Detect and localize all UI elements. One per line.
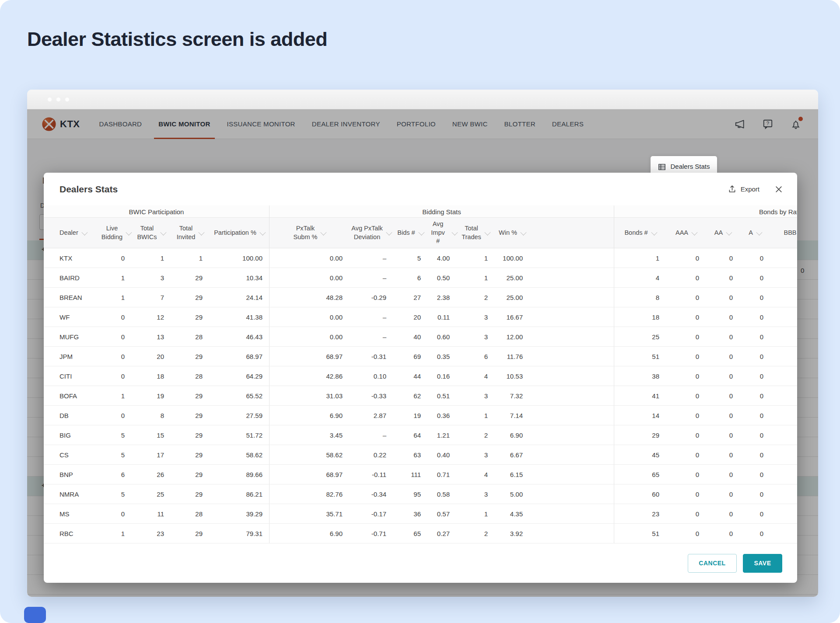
filler-cell — [529, 445, 614, 464]
value-cell: 28 — [171, 327, 209, 346]
value-cell: 5 — [393, 248, 427, 268]
value-cell: 0 — [666, 425, 706, 445]
column-header-avg-impv-[interactable]: Avg Impv # — [427, 218, 456, 248]
export-button[interactable]: Export — [728, 184, 760, 194]
cancel-button[interactable]: CANCEL — [688, 554, 737, 573]
chevron-down-icon[interactable] — [726, 229, 732, 235]
value-cell: 26 — [131, 465, 171, 484]
column-header-total-trades[interactable]: Total Trades — [456, 218, 494, 248]
value-cell: 38 — [614, 366, 666, 386]
value-cell: 64.29 — [209, 366, 269, 386]
value-cell: 0.00 — [269, 248, 349, 268]
chevron-down-icon[interactable] — [418, 229, 424, 235]
chevron-down-icon[interactable] — [81, 229, 88, 235]
value-cell: 2 — [456, 288, 494, 307]
column-header-live-bidding[interactable]: Live Bidding — [101, 218, 131, 248]
value-cell: 0 — [739, 347, 770, 366]
chevron-down-icon[interactable] — [484, 229, 490, 235]
filler-cell — [529, 268, 614, 287]
value-cell: 29 — [614, 425, 666, 445]
column-header-aa[interactable]: AA — [706, 218, 739, 248]
value-cell: 19 — [131, 386, 171, 405]
dealer-name-cell: BAIRD — [44, 268, 101, 287]
group-header-bidding-stats: Bidding Stats — [269, 205, 614, 218]
value-cell: 5 — [101, 425, 131, 445]
value-cell: 0.58 — [427, 484, 456, 504]
close-icon[interactable] — [774, 185, 783, 194]
dealer-name-cell: DB — [44, 406, 101, 425]
chevron-down-icon[interactable] — [756, 229, 762, 235]
window-control-dot[interactable] — [47, 97, 52, 102]
chevron-down-icon[interactable] — [259, 229, 266, 235]
value-cell: 0 — [666, 465, 706, 484]
value-cell: 15 — [131, 425, 171, 445]
dealer-name-cell: BIG — [44, 425, 101, 445]
column-header-participation-[interactable]: Participation % — [209, 218, 269, 248]
column-header-pxtalk-subm-[interactable]: PxTalk Subm % — [269, 218, 349, 248]
column-header-aaa[interactable]: AAA — [666, 218, 706, 248]
filler-cell — [529, 307, 614, 327]
value-cell: – — [349, 307, 393, 327]
table-row: CS5172958.6258.620.22630.4036.6745000 — [44, 445, 797, 465]
column-header-bids-[interactable]: Bids # — [393, 218, 427, 248]
header-filler-cell — [529, 218, 614, 248]
chevron-down-icon[interactable] — [651, 229, 657, 235]
table-row: MUFG0132846.430.00–400.60312.0025000 — [44, 327, 797, 347]
value-cell: 0 — [706, 366, 739, 386]
value-cell: 0 — [666, 386, 706, 405]
value-cell: 35.71 — [269, 504, 349, 523]
column-header-win-[interactable]: Win % — [494, 218, 529, 248]
value-cell: 6 — [393, 268, 427, 287]
value-cell-clipped — [770, 268, 797, 287]
value-cell-clipped — [770, 465, 797, 484]
value-cell: 0 — [666, 347, 706, 366]
window-control-dot[interactable] — [65, 97, 70, 102]
value-cell: 68.97 — [269, 465, 349, 484]
chevron-down-icon[interactable] — [520, 229, 526, 235]
value-cell: 5 — [101, 445, 131, 464]
value-cell: 0 — [706, 524, 739, 543]
column-header-a[interactable]: A — [739, 218, 770, 248]
dealers-stats-modal: Dealers Stats Export — [44, 173, 797, 583]
column-header-label: AAA — [676, 229, 688, 237]
value-cell: -0.11 — [349, 465, 393, 484]
value-cell: 28 — [171, 366, 209, 386]
table-row: NMRA5252986.2182.76-0.34950.5835.0060000 — [44, 484, 797, 504]
value-cell-clipped — [770, 504, 797, 523]
column-header-total-invited[interactable]: Total Invited — [171, 218, 209, 248]
column-header-dealer[interactable]: Dealer — [44, 218, 101, 248]
value-cell: 31.03 — [269, 386, 349, 405]
value-cell: 0.35 — [427, 347, 456, 366]
chevron-down-icon[interactable] — [386, 229, 392, 235]
value-cell: 79.31 — [209, 524, 269, 543]
value-cell: 4.35 — [494, 504, 529, 523]
value-cell: 3 — [456, 445, 494, 464]
column-header-avg-pxtalk-deviation[interactable]: Avg PxTalk Deviation — [349, 218, 393, 248]
filler-cell — [529, 425, 614, 445]
modal-header: Dealers Stats Export — [44, 173, 797, 205]
chevron-down-icon[interactable] — [160, 229, 166, 235]
value-cell: 2 — [456, 524, 494, 543]
dealer-name-cell: CITI — [44, 366, 101, 386]
export-label: Export — [741, 185, 760, 193]
value-cell: 0 — [739, 268, 770, 287]
window-control-dot[interactable] — [56, 97, 61, 102]
value-cell: 0 — [101, 327, 131, 346]
value-cell: 45 — [614, 445, 666, 464]
value-cell: 0 — [739, 366, 770, 386]
save-button[interactable]: SAVE — [743, 554, 782, 573]
value-cell: 7.14 — [494, 406, 529, 425]
value-cell: 0 — [739, 484, 770, 504]
dealer-name-cell: BREAN — [44, 288, 101, 307]
value-cell: – — [349, 327, 393, 346]
column-header-bbb[interactable]: BBB — [770, 218, 797, 248]
chevron-down-icon[interactable] — [691, 229, 697, 235]
value-cell: 0 — [666, 484, 706, 504]
modal-title: Dealers Stats — [60, 184, 118, 195]
chevron-down-icon[interactable] — [199, 229, 205, 235]
value-cell: 3 — [456, 484, 494, 504]
chevron-down-icon[interactable] — [321, 229, 327, 235]
column-header-bonds-[interactable]: Bonds # — [614, 218, 666, 248]
filler-cell — [529, 366, 614, 386]
column-header-total-bwics[interactable]: Total BWICs — [131, 218, 171, 248]
